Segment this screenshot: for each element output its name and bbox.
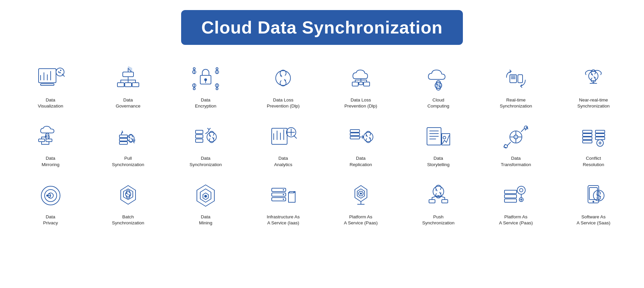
svg-point-27 bbox=[193, 68, 195, 70]
data-storytelling-label: DataStorytelling bbox=[427, 155, 449, 167]
svg-point-137 bbox=[360, 193, 362, 195]
svg-point-38 bbox=[276, 71, 290, 85]
cloud-computing-label: CloudComputing bbox=[427, 97, 449, 109]
pull-synchronization-icon bbox=[111, 122, 145, 152]
svg-line-95 bbox=[446, 136, 449, 142]
svg-rect-106 bbox=[583, 130, 592, 133]
svg-rect-107 bbox=[583, 134, 592, 136]
card-infrastructure-as-a-service: Infrastructure AsA Service (Iaas) bbox=[246, 175, 320, 230]
data-transformation-label: DataTransformation bbox=[501, 155, 531, 167]
platform-as-a-service-1-icon bbox=[344, 181, 378, 211]
data-replication-label: DataReplication bbox=[350, 155, 372, 167]
svg-rect-141 bbox=[429, 200, 435, 203]
conflict-resolution-label: ConflictResolution bbox=[583, 155, 604, 167]
near-real-time-synchronization-label: Near-real-timeSynchronization bbox=[577, 97, 609, 109]
svg-point-72 bbox=[207, 132, 216, 142]
svg-rect-148 bbox=[504, 190, 517, 194]
card-conflict-resolution: ConflictResolution bbox=[556, 117, 631, 171]
svg-rect-57 bbox=[39, 139, 45, 142]
svg-rect-110 bbox=[595, 130, 605, 133]
svg-rect-150 bbox=[504, 199, 517, 202]
svg-point-92 bbox=[443, 136, 446, 139]
data-loss-prevention-2-icon bbox=[344, 64, 378, 94]
conflict-resolution-icon bbox=[577, 122, 610, 152]
data-synchronization-label: DataSynchronization bbox=[190, 155, 222, 167]
svg-rect-109 bbox=[583, 140, 592, 143]
push-synchronization-label: PushSynchronization bbox=[422, 214, 454, 226]
data-governance-icon bbox=[111, 64, 145, 94]
svg-point-47 bbox=[435, 82, 442, 89]
data-transformation-icon bbox=[499, 122, 533, 152]
svg-point-129 bbox=[283, 194, 284, 195]
svg-rect-39 bbox=[352, 82, 358, 86]
svg-line-102 bbox=[521, 128, 525, 132]
card-pull-synchronization: PullSynchronization bbox=[91, 117, 165, 171]
svg-rect-71 bbox=[196, 139, 203, 142]
card-data-transformation: DataTransformation bbox=[479, 117, 553, 171]
platform-as-a-service-1-label: Platform AsA Service (Paas) bbox=[344, 214, 378, 226]
data-mirroring-icon bbox=[34, 122, 67, 152]
svg-point-101 bbox=[514, 135, 518, 139]
data-mirroring-label: DataMirroring bbox=[42, 155, 59, 167]
data-synchronization-icon bbox=[189, 122, 222, 152]
card-data-replication: DataReplication bbox=[324, 117, 398, 171]
svg-rect-112 bbox=[595, 137, 605, 140]
card-data-mining: DataMining bbox=[169, 175, 243, 230]
card-real-time-synchronization: Real-timeSynchronization bbox=[479, 58, 553, 113]
page-title-box: Cloud Data Synchronization bbox=[181, 10, 463, 45]
svg-point-10 bbox=[59, 72, 61, 73]
push-synchronization-icon bbox=[422, 181, 455, 211]
software-as-a-service-label: Software AsA Service (Saas) bbox=[577, 214, 610, 226]
svg-point-151 bbox=[517, 186, 525, 194]
batch-synchronization-label: BatchSynchronization bbox=[112, 214, 144, 226]
svg-rect-69 bbox=[196, 130, 203, 134]
real-time-synchronization-icon bbox=[499, 64, 533, 94]
svg-point-24 bbox=[204, 78, 207, 81]
card-software-as-a-service: Software AsA Service (Saas) bbox=[556, 175, 631, 230]
data-privacy-icon bbox=[34, 181, 67, 211]
near-real-time-synchronization-icon bbox=[577, 64, 610, 94]
svg-rect-108 bbox=[583, 137, 592, 140]
svg-rect-83 bbox=[350, 133, 360, 136]
card-data-governance: DataGovernance bbox=[91, 58, 165, 113]
data-governance-label: DataGovernance bbox=[116, 97, 141, 109]
svg-rect-46 bbox=[359, 82, 363, 85]
card-data-analytics: DataAnalytics bbox=[246, 117, 320, 171]
svg-line-93 bbox=[442, 140, 444, 144]
icon-grid: DataVisualization DataGovernance DataEnc… bbox=[13, 58, 631, 230]
svg-marker-121 bbox=[121, 186, 136, 204]
data-analytics-label: DataAnalytics bbox=[274, 155, 292, 167]
card-data-visualization: DataVisualization bbox=[13, 58, 88, 113]
page-title: Cloud Data Synchronization bbox=[201, 17, 442, 38]
data-replication-icon bbox=[344, 122, 378, 152]
svg-point-53 bbox=[589, 71, 598, 81]
pull-synchronization-label: PullSynchronization bbox=[112, 155, 144, 167]
svg-point-36 bbox=[216, 88, 218, 90]
svg-rect-82 bbox=[350, 130, 360, 132]
card-platform-as-a-service-2: Platform AsA Service (Paas) bbox=[479, 175, 553, 230]
svg-point-33 bbox=[193, 88, 195, 90]
card-push-synchronization: PushSynchronization bbox=[401, 175, 475, 230]
svg-point-152 bbox=[520, 189, 523, 192]
card-data-synchronization: DataSynchronization bbox=[169, 117, 243, 171]
card-near-real-time-synchronization: Near-real-timeSynchronization bbox=[556, 58, 631, 113]
card-data-loss-prevention-1: Data LossPrevention (Dlp) bbox=[246, 58, 320, 113]
real-time-synchronization-label: Real-timeSynchronization bbox=[500, 97, 532, 109]
svg-point-68 bbox=[127, 135, 134, 142]
platform-as-a-service-2-icon bbox=[499, 181, 533, 211]
svg-line-81 bbox=[294, 136, 297, 138]
card-data-encryption: DataEncryption bbox=[169, 58, 243, 113]
card-data-privacy: DataPrivacy bbox=[13, 175, 88, 230]
platform-as-a-service-2-label: Platform AsA Service (Paas) bbox=[499, 214, 533, 226]
svg-rect-70 bbox=[196, 135, 203, 138]
infrastructure-as-a-service-icon bbox=[266, 181, 300, 211]
data-visualization-label: DataVisualization bbox=[38, 97, 63, 109]
svg-rect-149 bbox=[504, 195, 517, 198]
svg-rect-66 bbox=[119, 138, 127, 141]
data-loss-prevention-2-label: Data LossPrevention (Dlp) bbox=[344, 97, 377, 109]
data-analytics-icon bbox=[266, 122, 300, 152]
card-data-loss-prevention-2: Data LossPrevention (Dlp) bbox=[324, 58, 398, 113]
data-loss-prevention-1-label: Data LossPrevention (Dlp) bbox=[267, 97, 300, 109]
software-as-a-service-icon bbox=[577, 181, 610, 211]
data-encryption-icon bbox=[189, 64, 222, 94]
